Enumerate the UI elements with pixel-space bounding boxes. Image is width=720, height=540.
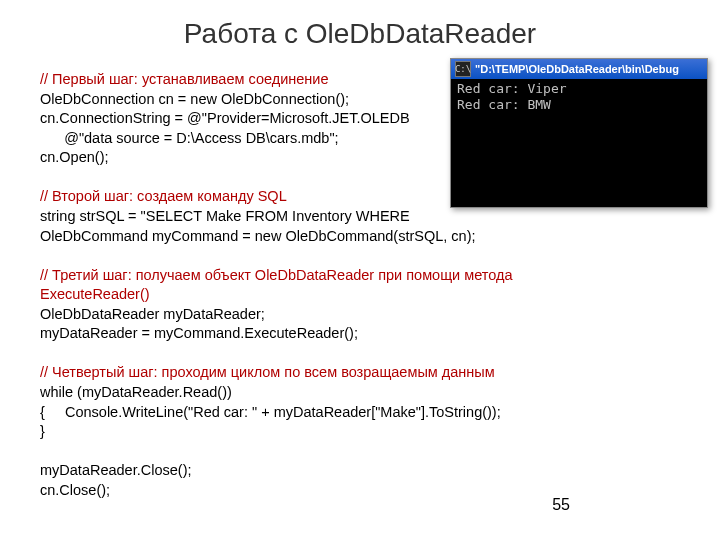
- cmd-icon: C:\: [455, 61, 471, 77]
- console-output: Red car: Viper Red car: BMW: [451, 79, 707, 116]
- console-titlebar: C:\ "D:\TEMP\OleDbDataReader\bin\Debug: [451, 59, 707, 79]
- comment-step3b: ExecuteReader(): [40, 286, 150, 302]
- code-line: { Console.WriteLine("Red car: " + myData…: [40, 404, 501, 420]
- code-line: }: [40, 423, 45, 439]
- code-line: string strSQL = "SELECT Make FROM Invent…: [40, 208, 410, 224]
- slide-title: Работа с OleDbDataReader: [40, 18, 680, 50]
- comment-step3: // Третий шаг: получаем объект OleDbData…: [40, 267, 513, 283]
- console-window: C:\ "D:\TEMP\OleDbDataReader\bin\Debug R…: [450, 58, 708, 208]
- code-line: OleDbConnection cn = new OleDbConnection…: [40, 91, 349, 107]
- code-line: @"data source = D:\Access DB\cars.mdb";: [40, 130, 339, 146]
- code-line: myDataReader.Close();: [40, 462, 192, 478]
- comment-step1: // Первый шаг: устанавливаем соединение: [40, 71, 329, 87]
- console-line: Red car: Viper: [457, 81, 567, 96]
- console-title-text: "D:\TEMP\OleDbDataReader\bin\Debug: [475, 63, 679, 75]
- code-line: OleDbDataReader myDataReader;: [40, 306, 265, 322]
- page-number: 55: [552, 496, 570, 514]
- code-line: OleDbCommand myCommand = new OleDbComman…: [40, 228, 476, 244]
- code-line: myDataReader = myCommand.ExecuteReader()…: [40, 325, 358, 341]
- code-line: cn.ConnectionString = @"Provider=Microso…: [40, 110, 410, 126]
- comment-step4: // Четвертый шаг: проходим циклом по все…: [40, 364, 495, 380]
- code-line: cn.Open();: [40, 149, 109, 165]
- comment-step2: // Второй шаг: создаем команду SQL: [40, 188, 287, 204]
- slide: Работа с OleDbDataReader // Первый шаг: …: [0, 0, 720, 540]
- console-line: Red car: BMW: [457, 97, 551, 112]
- code-line: cn.Close();: [40, 482, 110, 498]
- code-line: while (myDataReader.Read()): [40, 384, 232, 400]
